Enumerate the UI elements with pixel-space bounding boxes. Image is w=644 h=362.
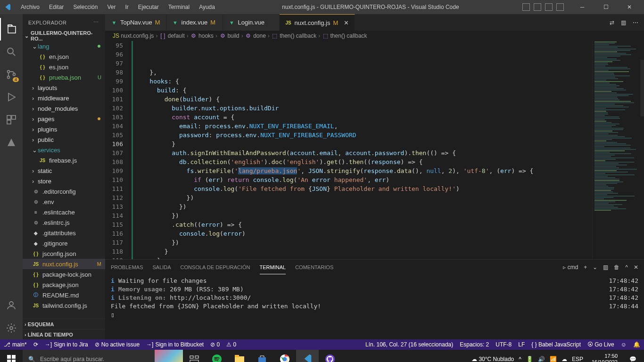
github-icon[interactable] [319,350,341,362]
menu-ir[interactable]: Ir [121,2,132,12]
file-readme-md[interactable]: ⓘREADME.md [23,290,105,300]
account-icon[interactable] [0,294,23,317]
file--eslintcache[interactable]: ≡.eslintcache [23,207,105,217]
menu-editar[interactable]: Editar [45,2,67,12]
compare-icon[interactable]: ⇄ [610,19,614,26]
minimap[interactable] [592,41,644,259]
start-button[interactable] [0,350,23,362]
error-count[interactable]: ⊘ 0 [210,341,220,348]
vscode-taskbar-icon[interactable] [296,350,319,362]
sidebar-more-icon[interactable]: ⋯ [93,19,99,25]
file-firebase-js[interactable]: JSfirebase.js [23,155,105,165]
folder-public[interactable]: ›public [23,134,105,145]
layout-grid-icon[interactable] [556,3,564,11]
go-live[interactable]: ⦿ Go Live [587,341,614,348]
breadcrumb-item[interactable]: ⬚ then() callback [272,33,316,39]
spotify-icon[interactable] [206,350,228,362]
file-nuxt-config-js[interactable]: JSnuxt.config.jsM [23,259,105,269]
tab-topnav-vue[interactable]: ▼TopNav.vueM [105,14,166,31]
terminal-shell[interactable]: ▹ cmd [563,264,578,271]
file-en-json[interactable]: { }en.json [23,51,105,62]
more-icon[interactable]: ⋯ [633,19,638,26]
file-package-json[interactable]: { }package.json [23,280,105,290]
layout-bottom-icon[interactable] [534,3,541,11]
search-icon[interactable] [0,41,23,63]
tab-index-vue[interactable]: ▼index.vueM [166,14,223,31]
jira-signin[interactable]: →] Sign in to Jira [45,341,88,348]
run-debug-icon[interactable] [0,86,23,108]
language-mode[interactable]: { } Babel JavaScript [531,341,581,348]
menu-terminal[interactable]: Terminal [165,2,193,12]
breadcrumb-item[interactable]: ⚙ done [245,33,266,39]
breadcrumb[interactable]: JS nuxt.config.js›[ ] default›⚙ hooks›⚙ … [105,31,644,41]
layout-left-icon[interactable] [522,3,530,11]
terminal-output[interactable]: i Waiting for file changes17:48:42i Memo… [105,275,644,339]
menu-ayuda[interactable]: Ayuda [195,2,219,12]
bitbucket-signin[interactable]: →] Sign in to Bitbucket [146,341,204,348]
file--editorconfig[interactable]: ⚙.editorconfig [23,186,105,197]
chrome-icon[interactable] [273,350,296,362]
file--gitattributes[interactable]: ◆.gitattributes [23,228,105,238]
timeline-section[interactable]: › LÍNEA DE TIEMPO [23,329,105,339]
explorer-icon[interactable] [0,18,23,41]
minimize-button[interactable]: ─ [571,0,593,14]
indentation[interactable]: Espacios: 2 [460,341,489,348]
folder-middleware[interactable]: ›middleware [23,93,105,103]
tab-login-vue[interactable]: ▼Login.vue [223,14,280,31]
breadcrumb-item[interactable]: JS nuxt.config.js [113,33,154,39]
terminal-dropdown-icon[interactable]: ⌄ [593,264,597,271]
breadcrumb-item[interactable]: ⬚ then() callback [322,33,367,39]
menu-archivo[interactable]: Archivo [17,2,43,12]
project-root[interactable]: ⌄ GUILLERMO-QUINTERO-RO... [23,31,105,41]
code-editor[interactable]: 9596979899100101102103104105106107108109… [105,41,644,259]
panel-tab-consola-de-depuración[interactable]: CONSOLA DE DEPURACIÓN [181,261,250,274]
folder-pages[interactable]: ›pages [23,114,105,124]
file-tailwind-config-js[interactable]: JStailwind.config.js [23,300,105,311]
panel-tab-problemas[interactable]: PROBLEMAS [111,261,143,274]
feedback-icon[interactable]: ☺ [621,341,627,348]
new-terminal-icon[interactable]: + [584,264,587,271]
store-icon[interactable] [251,350,273,362]
split-terminal-icon[interactable]: ▥ [603,264,608,271]
encoding[interactable]: UTF-8 [495,341,512,348]
settings-icon[interactable] [0,317,23,339]
atlassian-icon[interactable] [0,131,23,154]
file-explorer-icon[interactable] [228,350,251,362]
maximize-button[interactable]: ☐ [595,0,617,14]
cursor-position[interactable]: Lín. 106, Col. 27 (16 seleccionada) [365,341,453,348]
tab-nuxt-config-js[interactable]: JSnuxt.config.jsM✕ [280,14,355,31]
breadcrumb-item[interactable]: [ ] default [159,33,184,39]
extensions-icon[interactable] [0,108,23,131]
menu-selección[interactable]: Selección [69,2,101,12]
panel-tab-comentarios[interactable]: COMENTARIOS [295,261,333,274]
menu-ver[interactable]: Ver [103,2,119,12]
wifi-icon[interactable]: 📶 [550,356,557,362]
folder-node_modules[interactable]: ›node_modules [23,103,105,114]
folder-layouts[interactable]: ›layouts [23,82,105,93]
file--gitignore[interactable]: ◆.gitignore [23,238,105,248]
folder-store[interactable]: ›store [23,176,105,186]
sync-icon[interactable]: ⟳ [33,341,38,348]
folder-plugins[interactable]: ›plugins [23,124,105,134]
file--env[interactable]: ⚙.env [23,197,105,207]
file-jsconfig-json[interactable]: { }jsconfig.json [23,248,105,259]
close-panel-icon[interactable]: ✕ [634,264,638,271]
maximize-panel-icon[interactable]: ^ [625,264,628,271]
menu-ejecutar[interactable]: Ejecutar [134,2,163,12]
tab-close-icon[interactable]: ✕ [344,19,349,26]
kill-terminal-icon[interactable]: 🗑 [614,264,619,271]
folder-lang[interactable]: ⌄lang [23,41,105,51]
panel-tab-salida[interactable]: SALIDA [152,261,171,274]
task-view-icon[interactable] [183,350,206,362]
taskbar-search[interactable]: 🔍 Escribe aquí para buscar. [23,350,155,362]
close-button[interactable]: ✕ [619,0,640,14]
panel-tab-terminal[interactable]: TERMINAL [260,261,286,274]
folder-static[interactable]: ›static [23,165,105,176]
keyboard-lang[interactable]: ESP [572,356,583,362]
breadcrumb-item[interactable]: ⚙ build [219,33,239,39]
file-package-lock-json[interactable]: { }package-lock.json [23,269,105,280]
action-center-icon[interactable]: 💬 [621,350,644,362]
taskbar-clock[interactable]: 17:50 16/10/2022 [588,353,621,362]
news-icon[interactable] [155,350,183,362]
file-prueba-json[interactable]: { }prueba.jsonU [23,72,105,82]
